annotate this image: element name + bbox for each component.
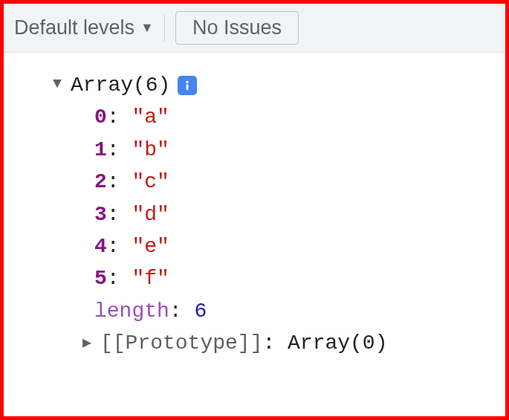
array-item-row: 5: "f" — [4, 262, 505, 294]
console-output: ▼ Array(6) 0: "a" 1: "b" 2: "c" 3: "d" 4… — [4, 53, 505, 360]
disclosure-triangle-down-icon[interactable]: ▼ — [53, 72, 66, 95]
issues-button[interactable]: No Issues — [175, 11, 299, 45]
array-summary: Array(6) — [71, 69, 170, 101]
array-index: 0 — [94, 101, 107, 133]
console-toolbar: Default levels ▼ No Issues — [4, 4, 505, 53]
array-value: "c" — [132, 166, 169, 198]
colon: : — [107, 198, 132, 230]
colon: : — [107, 262, 132, 294]
array-value: "d" — [132, 198, 169, 230]
disclosure-triangle-right-icon[interactable]: ▶ — [82, 332, 96, 355]
toolbar-divider — [164, 15, 165, 42]
chevron-down-icon: ▼ — [140, 20, 154, 36]
svg-point-0 — [187, 81, 189, 83]
colon: : — [107, 166, 132, 198]
array-value: "f" — [132, 262, 169, 294]
array-item-row: 3: "d" — [4, 198, 505, 230]
prototype-value: Array(0) — [288, 327, 387, 359]
array-index: 1 — [94, 134, 107, 166]
array-index: 2 — [94, 166, 107, 198]
array-index: 5 — [94, 262, 107, 294]
colon: : — [107, 134, 132, 166]
array-summary-row[interactable]: ▼ Array(6) — [4, 69, 505, 101]
array-item-row: 4: "e" — [4, 230, 505, 262]
array-value: "b" — [132, 134, 169, 166]
array-item-row: 1: "b" — [4, 134, 505, 166]
array-item-row: 2: "c" — [4, 166, 505, 198]
levels-dropdown[interactable]: Default levels ▼ — [14, 16, 154, 39]
svg-rect-1 — [187, 84, 189, 90]
prototype-row[interactable]: ▶[[Prototype]]: Array(0) — [4, 327, 505, 359]
array-index: 4 — [94, 230, 107, 262]
length-key: length — [94, 295, 169, 327]
colon: : — [107, 230, 132, 262]
levels-label: Default levels — [14, 16, 134, 39]
length-value: 6 — [194, 295, 207, 327]
colon: : — [169, 295, 195, 327]
prototype-key: [[Prototype]] — [100, 327, 262, 359]
array-value: "e" — [132, 230, 169, 262]
info-icon[interactable] — [178, 76, 197, 95]
colon: : — [262, 327, 288, 359]
array-value: "a" — [132, 101, 169, 133]
colon: : — [107, 101, 132, 133]
array-index: 3 — [94, 198, 107, 230]
array-item-row: 0: "a" — [4, 101, 505, 133]
length-row: length: 6 — [4, 295, 505, 327]
